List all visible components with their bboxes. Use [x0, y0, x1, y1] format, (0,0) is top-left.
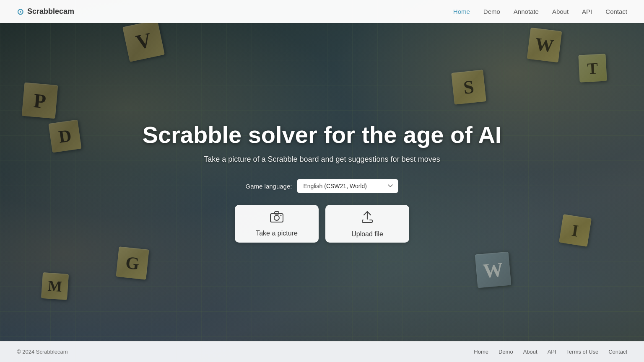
- footer-terms[interactable]: Terms of Use: [566, 349, 599, 355]
- camera-icon: [270, 211, 283, 225]
- take-picture-label: Take a picture: [256, 230, 298, 237]
- hero-subtitle: Take a picture of a Scrabble board and g…: [204, 155, 440, 164]
- language-row: Game language: English (CSW21, World)Eng…: [246, 179, 399, 193]
- upload-icon: [361, 210, 374, 226]
- brand-name: Scrabblecam: [27, 7, 74, 16]
- language-label: Game language:: [246, 183, 292, 190]
- footer-api[interactable]: API: [548, 349, 556, 355]
- footer-about[interactable]: About: [523, 349, 538, 355]
- nav-demo[interactable]: Demo: [483, 8, 500, 15]
- footer-copyright: © 2024 Scrabblecam: [17, 349, 68, 355]
- footer-home[interactable]: Home: [474, 349, 488, 355]
- brand-logo[interactable]: ⊙ Scrabblecam: [17, 7, 74, 17]
- action-buttons: Take a picture Upload file: [235, 205, 409, 243]
- nav-about[interactable]: About: [552, 8, 569, 15]
- footer-contact[interactable]: Contact: [608, 349, 627, 355]
- nav-api[interactable]: API: [582, 8, 592, 15]
- hero-title: Scrabble solver for the age of AI: [143, 122, 502, 148]
- upload-file-label: Upload file: [351, 230, 383, 238]
- footer-demo[interactable]: Demo: [499, 349, 513, 355]
- footer: © 2024 Scrabblecam Home Demo About API T…: [0, 341, 644, 362]
- nav-home[interactable]: Home: [453, 8, 470, 15]
- camera-icon: ⊙: [17, 7, 24, 17]
- upload-file-button[interactable]: Upload file: [325, 205, 409, 243]
- svg-rect-2: [275, 212, 279, 214]
- language-select[interactable]: English (CSW21, World)English (TWL, Nort…: [297, 179, 398, 193]
- nav-annotate[interactable]: Annotate: [514, 8, 539, 15]
- take-picture-button[interactable]: Take a picture: [235, 205, 319, 243]
- svg-point-3: [280, 215, 282, 216]
- hero-section: Scrabble solver for the age of AI Take a…: [0, 23, 644, 341]
- navbar: ⊙ Scrabblecam Home Demo Annotate About A…: [0, 0, 644, 23]
- footer-links: Home Demo About API Terms of Use Contact: [474, 349, 627, 355]
- svg-point-1: [274, 215, 279, 220]
- nav-links: Home Demo Annotate About API Contact: [453, 8, 627, 16]
- nav-contact[interactable]: Contact: [605, 8, 627, 15]
